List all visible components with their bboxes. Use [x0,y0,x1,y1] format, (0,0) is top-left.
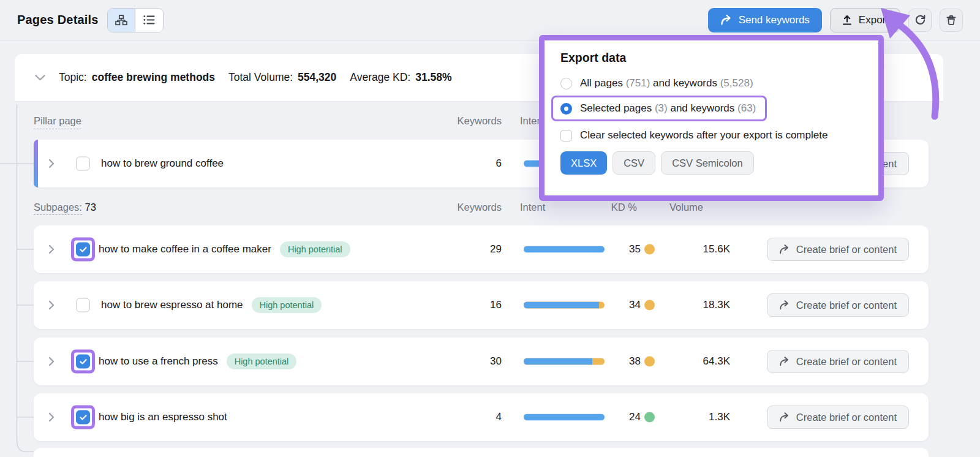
create-brief-button[interactable]: Create brief or content [767,293,909,317]
selection-highlight [71,238,95,262]
topic-value: coffee brewing methods [92,71,215,84]
create-brief-label: Create brief or content [796,300,897,311]
expand-row-icon[interactable] [48,244,55,254]
next-row-partial [34,448,929,457]
selected-option-highlight: Selected pages (3) and keywords (63) [551,96,767,121]
xlsx-button[interactable]: XLSX [560,151,607,175]
checkbox-unchecked-icon[interactable] [560,130,572,142]
column-volume: Volume [669,202,703,213]
forward-arrow-icon [779,244,790,254]
subpages-label-group: Subpages: 73 [34,202,96,213]
expand-row-icon[interactable] [48,300,55,310]
export-option-selected-label: Selected pages (3) and keywords (63) [580,102,756,115]
send-keywords-label: Send keywords [739,14,810,26]
subpages-label: Subpages: [34,202,82,215]
check-icon [80,246,87,252]
tree-view-button[interactable] [108,9,135,32]
total-volume-group: Total Volume: 554,320 [228,71,336,84]
csv-semicolon-button[interactable]: CSV Semicolon [661,151,754,175]
high-potential-badge: High potential [227,353,297,369]
row-checkbox[interactable] [76,355,90,369]
create-brief-label: Create brief or content [796,356,897,368]
intent-bar-blue [524,246,605,253]
keywords-count: 4 [496,411,502,423]
row-checkbox[interactable] [76,410,90,425]
intent-bar-blue [524,414,605,421]
create-brief-label: Create brief or content [796,412,897,423]
expand-row-icon[interactable] [48,412,55,422]
keywords-count: 30 [490,355,502,368]
view-toggle [107,8,164,32]
check-icon [80,358,87,364]
page-title-text: how big is an espresso shot [99,411,227,423]
kd-value: 24 [629,411,641,423]
row-checkbox[interactable] [76,157,90,171]
export-option-all[interactable]: All pages (751) and keywords (5,528) [560,77,878,89]
create-brief-label: Create brief or content [796,244,897,255]
row-checkbox[interactable] [76,298,90,312]
radio-unchecked-icon[interactable] [560,78,572,89]
export-button[interactable]: Export [830,8,900,32]
total-volume-value: 554,320 [298,71,336,84]
delete-button[interactable] [940,9,963,32]
keywords-count: 29 [490,243,502,255]
kd-value: 34 [629,299,641,311]
top-bar-actions: Send keywords Export [708,8,963,32]
subpage-row: how to make coffee in a coffee maker Hig… [34,225,929,273]
row-checkbox[interactable] [76,243,90,257]
high-potential-badge: High potential [252,297,322,313]
kd-difficulty-dot [644,357,655,367]
page-title-text: how to brew espresso at home [101,299,243,311]
kd-difficulty-dot [644,412,655,423]
column-pillar-page: Pillar page [34,115,81,129]
export-popup-title: Export data [560,51,878,65]
create-brief-button[interactable]: Create brief or content [767,238,909,261]
column-intent: Intent [520,202,545,213]
intent-bar [524,302,605,309]
selection-highlight [71,350,95,374]
intent-bar-blue [524,358,592,365]
keywords-count: 16 [490,299,502,311]
subpage-row: how big is an espresso shot 4 24 1.3K Cr… [34,393,929,441]
create-brief-button[interactable]: Create brief or content [767,350,909,373]
intent-bar [524,414,605,421]
topic-label: Topic: [59,71,87,84]
intent-bar-blue [524,302,599,309]
column-kd: KD % [611,202,637,213]
expand-row-icon[interactable] [48,357,55,366]
subpages-count: 73 [85,202,96,213]
volume-value: 64.3K [703,355,730,368]
average-kd-group: Average KD: 31.58% [350,71,451,84]
forward-arrow-icon [779,300,790,310]
sitemap-icon [115,15,127,26]
send-keywords-button[interactable]: Send keywords [708,8,822,32]
selection-highlight [71,406,95,429]
keywords-count: 6 [496,157,502,170]
kd-value: 35 [629,243,641,255]
create-brief-button[interactable]: Create brief or content [767,406,909,429]
export-popup: Export data All pages (751) and keywords… [539,35,884,201]
collapse-topic-icon[interactable] [35,75,45,81]
check-icon [80,414,87,420]
csv-button[interactable]: CSV [612,151,655,175]
expand-row-icon[interactable] [48,159,55,168]
page-title-text: how to brew ground coffee [101,157,224,170]
kd-difficulty-dot [644,244,655,255]
forward-arrow-icon [720,15,733,25]
forward-arrow-icon [779,412,790,422]
total-volume-label: Total Volume: [228,71,293,84]
clear-keywords-option[interactable]: Clear selected keywords after your expor… [560,129,878,142]
list-view-button[interactable] [135,9,163,32]
pages-details-screen: Pages Details [0,0,980,457]
volume-value: 18.3K [703,299,730,311]
volume-value: 1.3K [709,411,730,423]
average-kd-value: 31.58% [415,71,451,84]
refresh-button[interactable] [908,9,932,32]
subpage-row: how to brew espresso at home High potent… [34,281,929,329]
radio-checked-icon[interactable] [560,103,572,115]
export-option-selected[interactable]: Selected pages (3) and keywords (63) [560,102,756,115]
kd-difficulty-dot [644,300,655,311]
upload-icon [842,15,853,25]
subpage-row: how to use a french press High potential… [34,338,929,385]
refresh-icon [914,14,926,26]
